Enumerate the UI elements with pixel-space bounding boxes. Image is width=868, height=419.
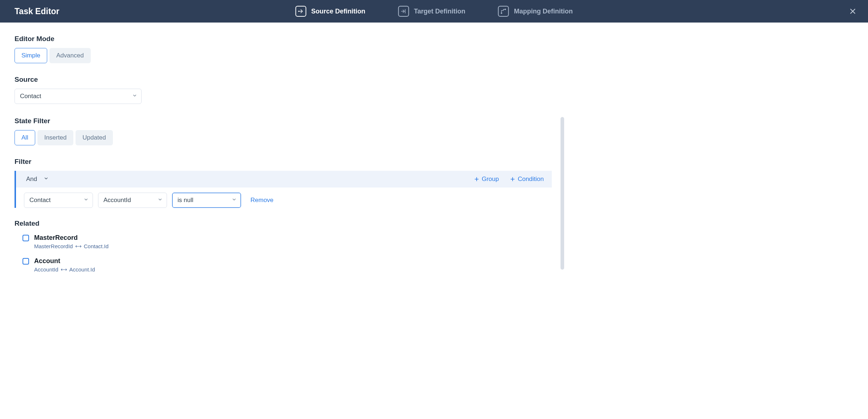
related-list: MasterRecord MasterRecordId Contact.Id A… <box>15 234 552 273</box>
add-group-label: Group <box>482 176 499 183</box>
related-item-masterrecord: MasterRecord MasterRecordId Contact.Id <box>23 234 552 249</box>
tab-mapping-definition[interactable]: Mapping Definition <box>498 6 573 17</box>
target-icon <box>398 6 409 17</box>
header-tabs: Source Definition Target Definition Mapp… <box>295 6 573 17</box>
filter-group-actions: Group Condition <box>474 176 544 183</box>
scrollbar-thumb[interactable] <box>561 117 564 270</box>
editor-content: Editor Mode Simple Advanced Source Conta… <box>0 23 566 287</box>
state-filter-all[interactable]: All <box>15 130 35 145</box>
editor-mode-simple[interactable]: Simple <box>15 48 47 63</box>
related-item-title: Account <box>34 257 95 265</box>
plus-icon <box>510 176 515 182</box>
filter-label: Filter <box>15 158 552 166</box>
tab-label: Mapping Definition <box>514 8 573 15</box>
condition-operator-select[interactable]: is null <box>172 193 241 208</box>
state-filter-toggle: All Inserted Updated <box>15 130 552 145</box>
plus-icon <box>474 176 480 182</box>
source-select[interactable]: Contact <box>15 89 142 104</box>
condition-operator-value: is null <box>178 197 193 204</box>
condition-field-select[interactable]: AccountId <box>98 193 167 208</box>
related-label: Related <box>15 219 552 227</box>
mapping-icon <box>498 6 509 17</box>
close-icon <box>849 8 856 15</box>
remove-condition-link[interactable]: Remove <box>250 197 273 204</box>
filter-condition-row: Contact AccountId is null Remove <box>16 188 552 208</box>
condition-entity-select[interactable]: Contact <box>24 193 93 208</box>
add-condition-button[interactable]: Condition <box>510 176 544 183</box>
condition-field-value: AccountId <box>103 197 131 204</box>
editor-mode-advanced[interactable]: Advanced <box>49 48 91 63</box>
related-item-account: Account AccountId Account.Id <box>23 257 552 273</box>
add-group-button[interactable]: Group <box>474 176 499 183</box>
tab-label: Target Definition <box>414 8 465 15</box>
related-item-mapping: AccountId Account.Id <box>34 266 95 273</box>
filter-operator-select[interactable]: And <box>26 176 37 183</box>
editor-mode-toggle: Simple Advanced <box>15 48 552 63</box>
tab-label: Source Definition <box>311 8 365 15</box>
state-filter-label: State Filter <box>15 117 552 125</box>
page-title: Task Editor <box>15 7 60 16</box>
tab-target-definition[interactable]: Target Definition <box>398 6 465 17</box>
related-item-mapping: MasterRecordId Contact.Id <box>34 243 109 249</box>
bidirectional-arrow-icon <box>75 245 82 248</box>
condition-entity-value: Contact <box>29 197 51 204</box>
bidirectional-arrow-icon <box>61 268 67 271</box>
related-item-right: Contact.Id <box>84 243 109 249</box>
related-item-right: Account.Id <box>69 266 95 273</box>
svg-point-0 <box>298 11 299 12</box>
source-select-value: Contact <box>20 93 41 100</box>
related-checkbox[interactable] <box>23 258 29 265</box>
source-label: Source <box>15 76 552 84</box>
related-item-title: MasterRecord <box>34 234 109 242</box>
top-bar: Task Editor Source Definition Target Def… <box>0 0 868 23</box>
filter-group: And Group Condition Contact Account <box>15 171 552 208</box>
related-item-left: AccountId <box>34 266 58 273</box>
close-button[interactable] <box>848 6 858 16</box>
chevron-down-icon <box>44 176 49 183</box>
source-icon <box>295 6 306 17</box>
editor-mode-label: Editor Mode <box>15 35 552 43</box>
related-checkbox[interactable] <box>23 235 29 241</box>
filter-group-header: And Group Condition <box>16 171 552 188</box>
state-filter-inserted[interactable]: Inserted <box>37 130 73 145</box>
related-item-left: MasterRecordId <box>34 243 73 249</box>
tab-source-definition[interactable]: Source Definition <box>295 6 365 17</box>
add-condition-label: Condition <box>518 176 544 183</box>
state-filter-updated[interactable]: Updated <box>76 130 113 145</box>
